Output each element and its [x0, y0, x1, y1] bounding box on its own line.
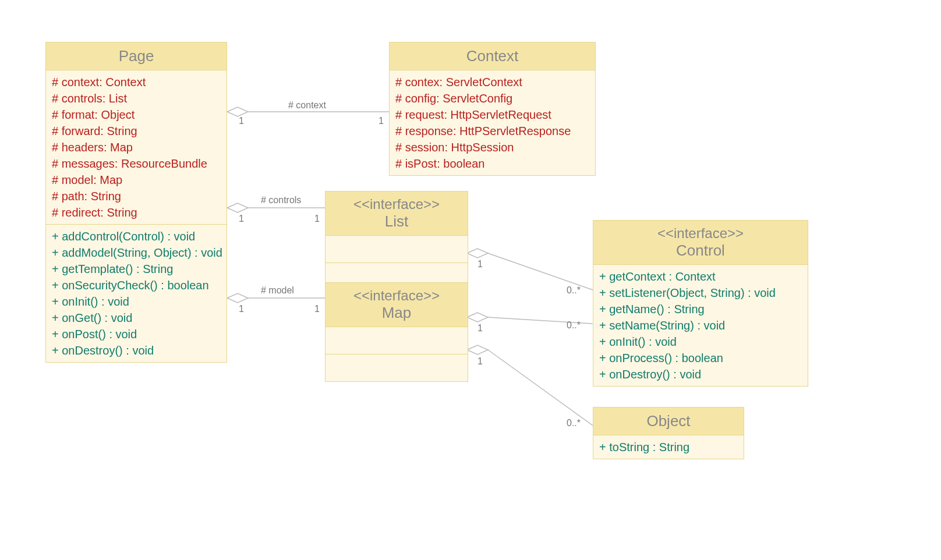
- title-text: Control: [676, 242, 725, 259]
- op: + onInit() : void: [599, 334, 802, 350]
- stereotype: <<interface>>: [329, 288, 464, 304]
- op: + getContext : Context: [599, 268, 802, 285]
- edge-list-control: [488, 253, 593, 290]
- attr: # request: HttpServletRequest: [395, 107, 589, 123]
- mult-map-control-dst: 0..*: [567, 320, 581, 331]
- diamond-page-context: [227, 107, 248, 116]
- class-control-title: <<interface>> Control: [593, 221, 808, 265]
- stereotype: <<interface>>: [329, 196, 464, 212]
- diamond-page-list: [227, 203, 248, 212]
- attr: # forward: String: [52, 123, 221, 139]
- attr: # session: HttpSession: [395, 139, 589, 155]
- mult-list-control-src: 1: [477, 259, 483, 270]
- op: + addControl(Control) : void: [52, 228, 221, 244]
- op: + setListener(Object, String) : void: [599, 285, 802, 301]
- class-object-operations: + toString : String: [593, 435, 744, 459]
- attr: # context: Context: [52, 74, 221, 90]
- attr: # isPost: boolean: [395, 155, 589, 172]
- class-map-operations: [326, 355, 468, 381]
- op: + getTemplate() : String: [52, 261, 221, 277]
- class-map-attributes: [326, 327, 468, 355]
- op: + setName(String) : void: [599, 317, 802, 334]
- class-map: <<interface>> Map: [325, 282, 468, 382]
- mult-list-control-dst: 0..*: [567, 285, 581, 296]
- diamond-list-control: [467, 249, 488, 258]
- op: + addModel(String, Object) : void: [52, 244, 221, 261]
- attr: # config: ServletConfig: [395, 90, 589, 107]
- class-page: Page # context: Context # controls: List…: [45, 42, 227, 363]
- op: + onDestroy() : void: [599, 366, 802, 382]
- label-controls-role: # controls: [261, 195, 301, 205]
- mult-page-list-src: 1: [239, 214, 244, 224]
- mult-page-context-src: 1: [239, 116, 244, 126]
- mult-map-control-src: 1: [477, 323, 483, 334]
- class-object-title: Object: [593, 407, 744, 435]
- mult-map-object-src: 1: [477, 356, 483, 367]
- class-page-attributes: # context: Context # controls: List # fo…: [46, 70, 227, 225]
- diamond-map-object: [467, 345, 488, 355]
- class-list: <<interface>> List: [325, 191, 468, 290]
- attr: # redirect: String: [52, 204, 221, 221]
- label-context-role: # context: [288, 100, 326, 111]
- class-context-attributes: # contex: ServletContext # config: Servl…: [390, 70, 595, 175]
- attr: # path: String: [52, 188, 221, 204]
- mult-page-map-src: 1: [239, 304, 244, 314]
- mult-page-map-dst: 1: [314, 304, 320, 314]
- attr: # messages: ResourceBundle: [52, 155, 221, 172]
- class-control-operations: + getContext : Context + setListener(Obj…: [593, 265, 808, 386]
- class-page-operations: + addControl(Control) : void + addModel(…: [46, 225, 227, 362]
- op: + onSecurityCheck() : boolean: [52, 277, 221, 293]
- class-page-title: Page: [46, 42, 227, 70]
- title-text: List: [385, 212, 408, 230]
- op: + onInit() : void: [52, 293, 221, 310]
- attr: # headers: Map: [52, 139, 221, 155]
- op: + onGet() : void: [52, 310, 221, 326]
- attr: # contex: ServletContext: [395, 74, 589, 90]
- op: + onDestroy() : void: [52, 342, 221, 359]
- class-context: Context # contex: ServletContext # confi…: [389, 42, 596, 176]
- attr: # model: Map: [52, 172, 221, 188]
- mult-page-list-dst: 1: [314, 214, 320, 224]
- diamond-map-control: [467, 313, 488, 322]
- op: + getName() : String: [599, 301, 802, 317]
- diamond-page-map: [227, 293, 248, 303]
- class-list-title: <<interface>> List: [326, 192, 468, 236]
- class-control: <<interface>> Control + getContext : Con…: [593, 220, 808, 387]
- class-list-attributes: [326, 236, 468, 263]
- class-map-title: <<interface>> Map: [326, 283, 468, 327]
- label-model-role: # model: [261, 285, 294, 296]
- op: + onPost() : void: [52, 326, 221, 342]
- attr: # controls: List: [52, 90, 221, 107]
- attr: # response: HttPServletResponse: [395, 123, 589, 139]
- mult-map-object-dst: 0..*: [567, 418, 581, 428]
- mult-page-context-dst: 1: [378, 116, 384, 126]
- attr: # format: Object: [52, 107, 221, 123]
- class-object: Object + toString : String: [593, 407, 744, 459]
- class-context-title: Context: [390, 42, 595, 70]
- op: + onProcess() : boolean: [599, 350, 802, 366]
- stereotype: <<interface>>: [597, 225, 804, 242]
- title-text: Map: [382, 304, 412, 321]
- op: + toString : String: [599, 439, 738, 455]
- edge-map-object: [488, 350, 593, 426]
